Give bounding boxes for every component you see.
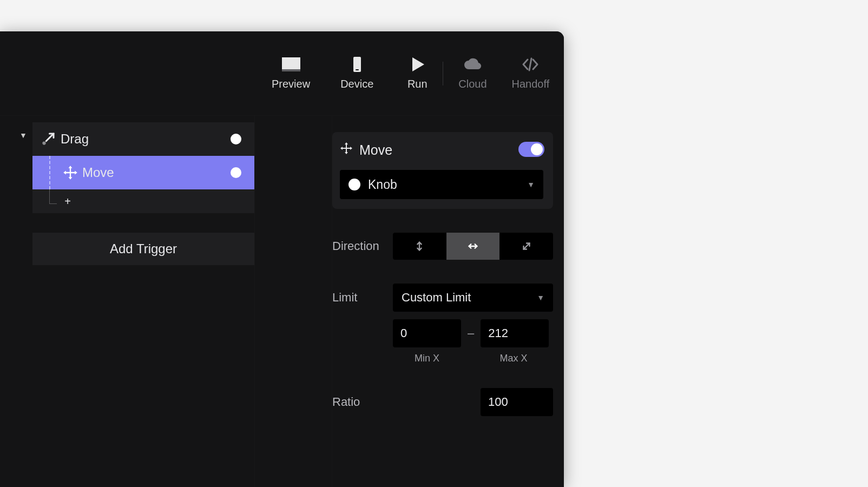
cloud-label: Cloud — [458, 78, 486, 90]
add-trigger-button[interactable]: Add Trigger — [32, 233, 254, 265]
min-x-caption: Min X — [393, 353, 461, 364]
ratio-row: Ratio 100 — [332, 388, 553, 416]
add-action-row[interactable]: + — [32, 189, 254, 213]
inspector-card: Move Knob ▼ — [332, 132, 553, 209]
svg-point-6 — [42, 141, 45, 144]
layer-dot-icon — [348, 179, 360, 190]
chevron-down-icon: ▼ — [527, 180, 535, 189]
svg-rect-0 — [282, 57, 300, 69]
direction-vertical[interactable] — [393, 233, 446, 260]
app-window: Preview Device Run Cloud — [0, 31, 564, 487]
limit-values: 0 – 212 — [393, 319, 553, 347]
action-row-move[interactable]: Move — [32, 156, 254, 189]
handoff-icon — [520, 56, 541, 73]
trigger-row-label: Drag — [61, 131, 89, 147]
ratio-value: 100 — [488, 395, 508, 409]
trigger-row-drag[interactable]: Drag — [32, 122, 254, 156]
direction-segmented — [393, 233, 553, 260]
limit-select[interactable]: Custom Limit ▼ — [393, 284, 553, 312]
range-dash: – — [468, 326, 474, 340]
svg-marker-9 — [340, 142, 352, 154]
action-row-label: Move — [82, 165, 114, 180]
preview-icon — [281, 56, 301, 73]
direction-free[interactable] — [499, 233, 553, 260]
max-x-caption: Max X — [479, 353, 548, 364]
toolbar: Preview Device Run Cloud — [0, 31, 564, 116]
min-x-value: 0 — [400, 326, 407, 340]
trigger-block: Drag Move + — [32, 122, 254, 213]
svg-marker-4 — [412, 57, 424, 71]
handoff-button[interactable]: Handoff — [512, 56, 550, 90]
max-x-input[interactable]: 212 — [481, 319, 549, 347]
target-select[interactable]: Knob ▼ — [340, 170, 543, 199]
run-icon — [407, 56, 428, 73]
limit-captions: Min X Max X — [393, 353, 553, 364]
svg-line-7 — [46, 134, 54, 141]
device-label: Device — [340, 78, 373, 90]
svg-rect-1 — [282, 69, 300, 71]
device-button[interactable]: Device — [340, 56, 373, 90]
direction-horizontal[interactable] — [446, 233, 500, 260]
cloud-button[interactable]: Cloud — [458, 56, 486, 90]
device-icon — [347, 56, 367, 73]
canvas-area — [254, 116, 332, 487]
direction-label: Direction — [332, 239, 393, 253]
run-button[interactable]: Run — [407, 56, 428, 90]
preview-button[interactable]: Preview — [272, 56, 310, 90]
inspector-title: Move — [340, 142, 543, 158]
ratio-label: Ratio — [332, 395, 393, 409]
target-label: Knob — [368, 177, 397, 192]
svg-line-5 — [529, 58, 531, 70]
chevron-down-icon: ▼ — [537, 293, 544, 302]
run-label: Run — [407, 78, 428, 90]
tree-guide — [49, 156, 50, 189]
handoff-label: Handoff — [512, 78, 550, 90]
plus-icon: + — [63, 195, 73, 208]
svg-line-12 — [523, 244, 529, 249]
tree-guide — [49, 189, 50, 203]
actions-panel: ▼ Drag Move — [0, 116, 254, 487]
toolbar-separator — [443, 62, 443, 85]
layer-dot-icon — [231, 167, 241, 178]
max-x-value: 212 — [488, 326, 508, 340]
body-split: ▼ Drag Move — [0, 116, 564, 487]
add-trigger-label: Add Trigger — [110, 241, 177, 256]
limit-row: Limit Custom Limit ▼ — [332, 284, 553, 312]
chevron-down-icon[interactable]: ▼ — [19, 131, 27, 140]
move-icon — [340, 142, 353, 158]
enabled-toggle[interactable] — [518, 142, 544, 157]
inspector-panel: Move Knob ▼ Direction — [332, 116, 564, 487]
cloud-icon — [462, 56, 483, 73]
move-icon — [63, 165, 78, 180]
min-x-input[interactable]: 0 — [393, 319, 461, 347]
inspector-title-label: Move — [359, 142, 392, 158]
svg-rect-3 — [356, 69, 359, 70]
tree-elbow — [49, 203, 57, 204]
limit-label: Limit — [332, 291, 393, 305]
drag-icon — [40, 131, 56, 147]
svg-marker-8 — [63, 166, 77, 180]
ratio-input[interactable]: 100 — [481, 388, 553, 416]
preview-label: Preview — [272, 78, 310, 90]
direction-row: Direction — [332, 233, 553, 260]
limit-select-value: Custom Limit — [402, 291, 471, 305]
layer-dot-icon — [231, 134, 241, 144]
